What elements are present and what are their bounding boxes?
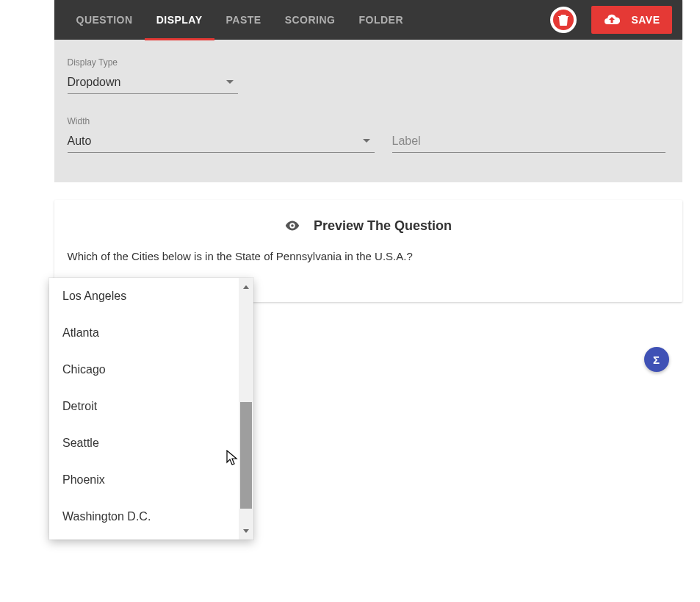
topbar-right: SAVE: [550, 6, 671, 34]
topbar: QUESTION DISPLAY PASTE SCORING FOLDER SA…: [54, 0, 682, 40]
scroll-up-icon[interactable]: [239, 278, 253, 295]
tab-label: SCORING: [285, 14, 336, 26]
tab-label: QUESTION: [76, 14, 133, 26]
dropdown-option[interactable]: Detroit: [49, 388, 239, 425]
tab-label: PASTE: [226, 14, 261, 26]
preview-title: Preview The Question: [68, 218, 669, 234]
display-type-select[interactable]: Dropdown: [68, 71, 238, 94]
field-label: Width: [68, 116, 375, 126]
scroll-thumb[interactable]: [240, 402, 252, 509]
label-field: [392, 116, 665, 153]
field-label: Display Type: [68, 57, 238, 68]
chevron-down-icon: [226, 80, 234, 84]
dropdown-menu: Los Angeles Atlanta Chicago Detroit Seat…: [49, 278, 253, 540]
scroll-down-icon[interactable]: [239, 522, 253, 540]
delete-button[interactable]: [550, 7, 577, 33]
dropdown-option[interactable]: Chicago: [49, 351, 239, 388]
tab-paste[interactable]: PASTE: [214, 0, 273, 40]
cloud-upload-icon: [603, 11, 621, 29]
dropdown-option[interactable]: Los Angeles: [49, 278, 239, 315]
dropdown-option[interactable]: Atlanta: [49, 315, 239, 351]
dropdown-list: Los Angeles Atlanta Chicago Detroit Seat…: [49, 278, 239, 540]
tab-question[interactable]: QUESTION: [65, 0, 145, 40]
tab-label: FOLDER: [359, 14, 404, 26]
trash-icon: [558, 14, 569, 26]
width-value: Auto: [68, 135, 92, 148]
width-field: Width Auto: [68, 116, 375, 153]
width-select[interactable]: Auto: [68, 129, 375, 153]
tab-scoring[interactable]: SCORING: [273, 0, 347, 40]
settings-panel: Display Type Dropdown Width Auto: [54, 40, 682, 182]
scrollbar[interactable]: [239, 278, 253, 540]
tab-display[interactable]: DISPLAY: [145, 0, 214, 40]
tab-label: DISPLAY: [156, 14, 203, 26]
save-button[interactable]: SAVE: [591, 6, 671, 34]
preview-title-text: Preview The Question: [314, 218, 452, 234]
dropdown-option[interactable]: Washington D.C.: [49, 498, 239, 535]
tab-folder[interactable]: FOLDER: [347, 0, 416, 40]
tab-strip: QUESTION DISPLAY PASTE SCORING FOLDER: [65, 0, 416, 40]
scroll-track[interactable]: [239, 295, 253, 522]
save-button-label: SAVE: [631, 14, 660, 26]
chevron-down-icon: [363, 139, 370, 143]
eye-icon: [284, 218, 300, 234]
question-text: Which of the Cities below is in the Stat…: [68, 250, 669, 262]
sigma-button[interactable]: Σ: [644, 347, 669, 372]
dropdown-option[interactable]: Phoenix: [49, 462, 239, 498]
sigma-icon: Σ: [653, 354, 660, 366]
display-type-field: Display Type Dropdown: [68, 57, 238, 94]
display-type-value: Dropdown: [68, 76, 121, 89]
label-input[interactable]: [392, 129, 665, 153]
dropdown-option[interactable]: Seattle: [49, 425, 239, 462]
